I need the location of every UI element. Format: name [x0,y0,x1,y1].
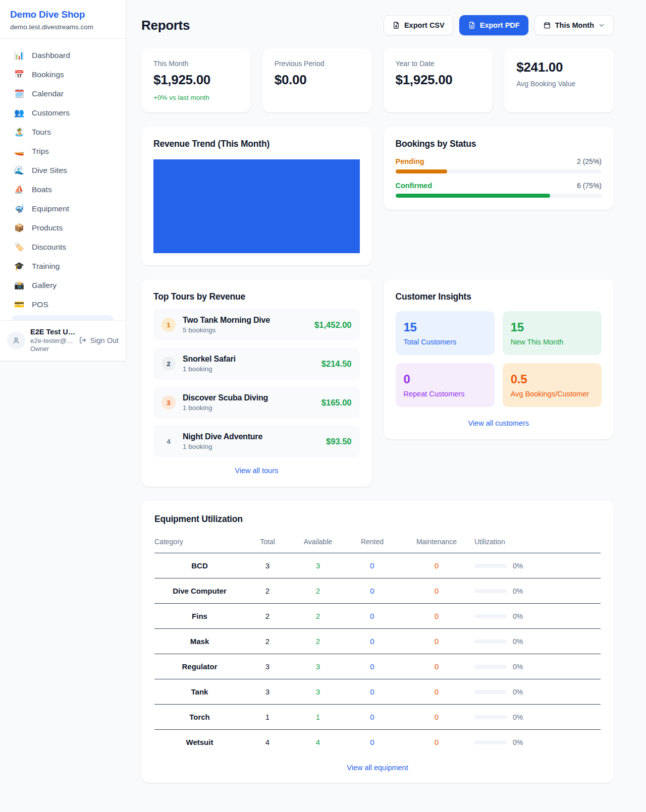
tour-bookings: 1 booking [183,404,314,412]
stat-label: Year to Date [396,60,481,68]
tile-label: Repeat Customers [404,390,487,398]
cell-rented: 0 [346,604,399,629]
column-header: Maintenance [399,532,474,553]
utilization-bar [474,690,507,694]
cell-maintenance: 0 [399,705,474,730]
cell-rented: 0 [346,730,399,755]
top-tours-title: Top Tours by Revenue [153,292,360,302]
app-root: Demo Dive Shop demo.test.divestreams.com… [0,0,646,803]
stat-card-avg-booking-value: $241.00 Avg Booking Value [504,48,614,112]
tour-name: Two Tank Morning Dive [183,316,307,325]
status-bar-fill [396,194,550,198]
utilization-text: 0% [513,663,523,671]
cell-rented: 0 [346,705,399,730]
cell-category: Tank [154,679,245,705]
sign-out-icon [79,336,87,344]
cell-rented: 0 [346,629,399,654]
user-name: E2E Test U… [30,328,74,336]
tour-list-item: 3 Discover Scuba Diving 1 booking $165.0… [153,386,360,419]
status-label: Pending [396,157,424,165]
sidebar-item-pos[interactable]: 💳 POS [6,295,120,314]
sidebar-item-label: POS [32,300,48,309]
sidebar-item-gallery[interactable]: 📸 Gallery [6,276,120,295]
cell-maintenance: 0 [399,730,474,755]
sidebar-item-products[interactable]: 📦 Products [6,218,120,238]
tour-revenue: $93.50 [326,437,351,446]
sidebar-item-bookings[interactable]: 📅 Bookings [6,65,120,84]
cell-category: Fins [154,604,245,629]
chevron-down-icon [598,22,605,29]
sign-out-button[interactable]: Sign Out [79,336,119,344]
sidebar-item-tours[interactable]: 🏝️ Tours [6,123,120,142]
sidebar-item-dashboard[interactable]: 📊 Dashboard [6,46,120,65]
tour-bookings: 1 booking [183,443,319,450]
stat-delta: +0% vs last month [153,94,239,101]
stat-card-this-month: This Month $1,925.00 +0% vs last month [141,48,251,112]
view-all-customers-link[interactable]: View all customers [468,419,529,427]
tour-bookings: 5 bookings [183,326,307,334]
sidebar-item-discounts[interactable]: 🏷️ Discounts [6,238,120,257]
header-actions: Export CSV Export PDF This Month [384,15,614,35]
brand: Demo Dive Shop demo.test.divestreams.com [0,0,126,38]
view-all-equipment-link[interactable]: View all equipment [347,764,408,772]
sidebar-item-equipment[interactable]: 🤿 Equipment [6,199,120,218]
shop-name: Demo Dive Shop [10,9,116,20]
dive-sites-wave-icon: 🌊 [14,166,24,175]
top-tours-card: Top Tours by Revenue 1 Two Tank Morning … [141,279,372,487]
sidebar-item-calendar[interactable]: 🗓️ Calendar [6,84,120,103]
person-icon [12,336,21,345]
status-value: 6 (75%) [577,182,602,190]
tile-repeat-customers: 0 Repeat Customers [396,363,495,407]
avatar [7,331,25,350]
stat-label: Avg Booking Value [516,80,602,88]
status-bar-track [396,169,602,173]
export-csv-label: Export CSV [404,21,445,29]
page-header: Reports Export CSV Export PDF [141,15,614,35]
export-csv-button[interactable]: Export CSV [384,15,453,35]
cell-maintenance: 0 [399,553,474,578]
sidebar-item-boats[interactable]: ⛵ Boats [6,180,120,199]
tile-value: 0 [404,372,487,386]
utilization-text: 0% [513,637,523,646]
sidebar-item-trips[interactable]: 🚤 Trips [6,142,120,161]
sidebar-item-training[interactable]: 🎓 Training [6,257,120,276]
rank-badge: 1 [162,318,176,332]
bookings-calendar-icon: 📅 [14,71,24,79]
sidebar-item-label: Dashboard [32,51,70,60]
status-value: 2 (25%) [577,157,602,165]
status-label: Confirmed [396,182,433,190]
tour-revenue: $214.50 [321,359,352,369]
sidebar-item-label: Boats [32,185,52,194]
export-pdf-button[interactable]: Export PDF [459,15,528,35]
sidebar-item-dive-sites[interactable]: 🌊 Dive Sites [6,161,120,180]
sign-out-label: Sign Out [90,336,119,344]
view-all-tours-link[interactable]: View all tours [235,467,278,475]
sidebar-item-label: Dive Sites [32,166,67,175]
column-header: Utilization [474,532,601,553]
trips-boat-icon: 🚤 [14,147,24,155]
utilization-bar [474,614,507,618]
period-selector[interactable]: This Month [534,15,614,35]
bar-chart-icon: 📊 [14,51,24,60]
table-row: Dive Computer 2 2 0 0 0% [154,578,601,604]
period-selector-label: This Month [555,21,594,29]
tour-list-item: 1 Two Tank Morning Dive 5 bookings $1,45… [153,309,360,341]
cell-category: Wetsuit [154,730,245,755]
export-pdf-label: Export PDF [480,21,520,29]
shop-domain: demo.test.divestreams.com [10,23,116,31]
cell-total: 4 [245,730,290,755]
tile-avg-bookings-customer: 0.5 Avg Bookings/Customer [503,363,602,407]
cell-rented: 0 [346,553,399,578]
sidebar-item-customers[interactable]: 👥 Customers [6,103,120,123]
tour-name: Night Dive Adventure [183,432,319,441]
customers-icon: 👥 [14,109,24,117]
sidebar-item-active-partial[interactable] [12,315,114,320]
cell-category: Torch [154,705,245,730]
tile-label: Avg Bookings/Customer [511,390,594,398]
rank-badge: 2 [162,357,176,371]
cell-maintenance: 0 [399,578,474,604]
rank-badge: 3 [162,395,176,410]
cell-total: 3 [245,553,290,578]
utilization-bar [474,740,507,744]
column-header: Category [154,532,245,553]
